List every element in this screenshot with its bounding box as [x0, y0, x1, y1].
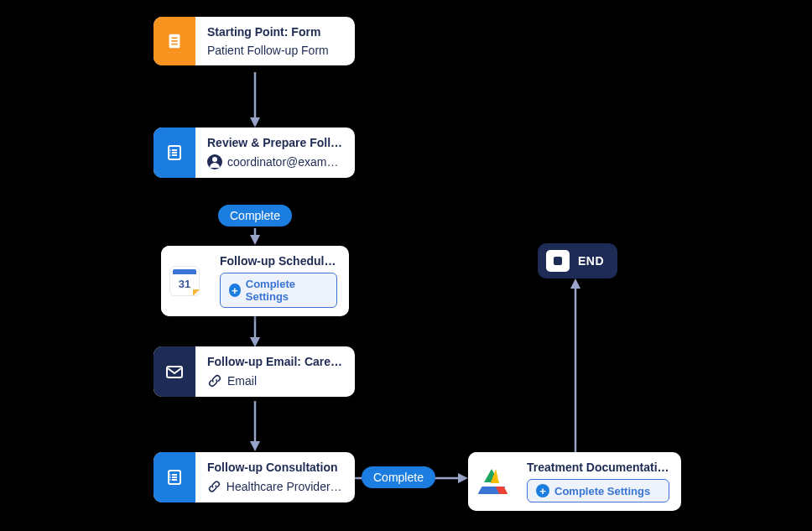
- node-review[interactable]: Review & Prepare Follow-up ... coordinat…: [154, 128, 355, 178]
- svg-rect-13: [171, 37, 177, 39]
- envelope-icon: [154, 346, 195, 397]
- node-consult-subtitle: Healthcare Provider E...: [226, 480, 343, 493]
- calendar-icon: 31: [161, 246, 208, 316]
- node-start-form[interactable]: Starting Point: Form Patient Follow-up F…: [154, 17, 355, 65]
- node-start-title: Starting Point: Form: [207, 25, 343, 39]
- svg-marker-9: [458, 473, 468, 483]
- complete-settings-button-treatment[interactable]: + Complete Settings: [527, 479, 669, 502]
- stop-icon: [546, 250, 570, 272]
- complete-settings-button-scheduling[interactable]: + Complete Settings: [220, 273, 337, 308]
- pill-complete-1: Complete: [218, 205, 292, 226]
- checklist-icon: [154, 452, 195, 502]
- svg-marker-7: [250, 441, 260, 451]
- node-email[interactable]: Follow-up Email: Care Instru... Email: [154, 346, 355, 397]
- arrow-start-to-review: [250, 72, 260, 128]
- node-scheduling[interactable]: 31 Follow-up Scheduling + Complete Setti…: [161, 246, 349, 316]
- svg-point-28: [169, 474, 171, 476]
- arrow-treatment-to-end: [570, 279, 580, 455]
- node-consult-title: Follow-up Consultation: [207, 461, 343, 474]
- svg-point-30: [169, 479, 171, 481]
- arrow-email-to-consult: [250, 401, 260, 451]
- svg-marker-11: [570, 279, 580, 289]
- node-review-title: Review & Prepare Follow-up ...: [207, 136, 343, 149]
- svg-point-20: [169, 149, 171, 151]
- end-label: END: [578, 254, 604, 268]
- node-start-subtitle: Patient Follow-up Form: [207, 44, 329, 57]
- svg-point-29: [169, 476, 171, 478]
- svg-rect-15: [171, 44, 177, 45]
- node-treatment-title: Treatment Documentation: [527, 461, 669, 474]
- form-icon: [154, 17, 195, 65]
- svg-marker-3: [250, 235, 260, 245]
- plus-icon: +: [229, 284, 241, 297]
- node-treatment[interactable]: Treatment Documentation + Complete Setti…: [468, 452, 681, 511]
- svg-point-21: [169, 152, 171, 154]
- svg-rect-14: [171, 40, 177, 42]
- node-review-subtitle: coordinator@example...: [227, 155, 343, 169]
- pill-complete-2: Complete: [362, 466, 435, 488]
- svg-point-22: [169, 154, 171, 156]
- node-scheduling-title: Follow-up Scheduling: [220, 254, 337, 268]
- plus-icon: +: [536, 484, 549, 497]
- arrow-review-to-scheduling: [250, 228, 260, 245]
- node-email-title: Follow-up Email: Care Instru...: [207, 355, 343, 368]
- node-email-subtitle: Email: [227, 374, 257, 388]
- link-icon: [207, 373, 222, 388]
- node-end: END: [538, 243, 617, 279]
- drive-icon: [468, 452, 515, 511]
- node-consult[interactable]: Follow-up Consultation Healthcare Provid…: [154, 452, 355, 502]
- link-icon: [207, 479, 221, 494]
- person-icon: [207, 154, 222, 169]
- svg-rect-23: [167, 367, 182, 377]
- checklist-icon: [154, 128, 195, 178]
- svg-marker-1: [250, 117, 260, 128]
